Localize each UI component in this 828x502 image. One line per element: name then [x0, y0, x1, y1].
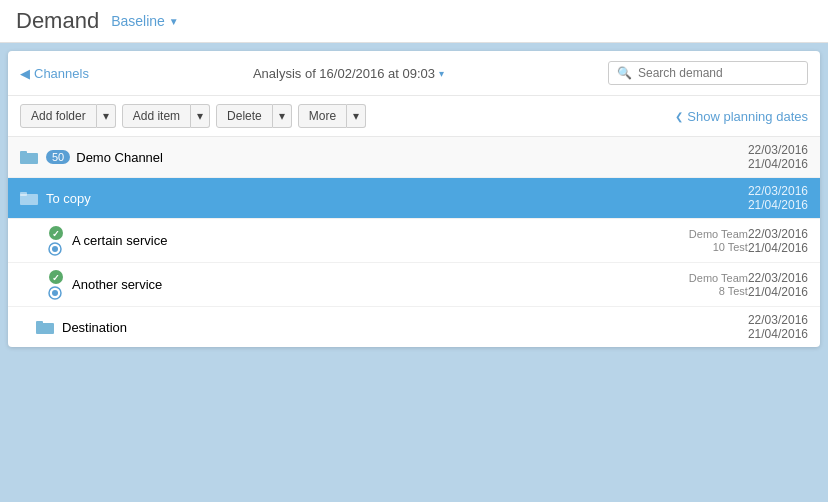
add-folder-dropdown-button[interactable]: ▾: [97, 104, 116, 128]
table-row[interactable]: Destination 22/03/2016 21/04/2016: [8, 307, 820, 347]
more-button[interactable]: More: [298, 104, 347, 128]
table-row[interactable]: 50 Demo Channel 22/03/2016 21/04/2016: [8, 137, 820, 178]
destination-dates: 22/03/2016 21/04/2016: [748, 313, 808, 341]
svg-point-7: [52, 246, 58, 252]
back-arrow-icon: ◀: [20, 66, 30, 81]
tocopy-date1: 22/03/2016: [748, 184, 808, 198]
search-input[interactable]: [638, 66, 799, 80]
service1-dates: 22/03/2016 21/04/2016: [748, 227, 808, 255]
destination-date2: 21/04/2016: [748, 327, 808, 341]
add-item-dropdown-button[interactable]: ▾: [191, 104, 210, 128]
destination-folder-icon: [36, 320, 54, 334]
more-group: More ▾: [298, 104, 366, 128]
folder-icon: [20, 150, 38, 164]
channel-dates: 22/03/2016 21/04/2016: [748, 143, 808, 171]
more-dropdown-button[interactable]: ▾: [347, 104, 366, 128]
baseline-label: Baseline: [111, 13, 165, 29]
service-icons: ✓: [48, 225, 64, 256]
table-row[interactable]: To copy 22/03/2016 21/04/2016: [8, 178, 820, 219]
search-box[interactable]: 🔍: [608, 61, 808, 85]
service2-team: Demo Team: [689, 272, 748, 284]
service1-team: Demo Team: [689, 228, 748, 240]
analysis-dropdown-icon[interactable]: ▾: [439, 68, 444, 79]
add-folder-button[interactable]: Add folder: [20, 104, 97, 128]
service-icon-top: ✓: [48, 225, 64, 241]
service1-date2: 21/04/2016: [748, 241, 808, 255]
show-planning-button[interactable]: ❮ Show planning dates: [675, 109, 808, 124]
channel-date2: 21/04/2016: [748, 157, 808, 171]
svg-rect-3: [20, 192, 27, 196]
actions-row: Add folder ▾ Add item ▾ Delete ▾ More ▾ …: [8, 96, 820, 137]
show-planning-chevron-icon: ❮: [675, 111, 683, 122]
add-item-group: Add item ▾: [122, 104, 210, 128]
service2-date2: 21/04/2016: [748, 285, 808, 299]
main-content: ◀ Channels Analysis of 16/02/2016 at 09:…: [8, 51, 820, 347]
analysis-label: Analysis of 16/02/2016 at 09:03: [253, 66, 435, 81]
service1-label: A certain service: [72, 233, 689, 248]
nav-row: ◀ Channels Analysis of 16/02/2016 at 09:…: [8, 51, 820, 96]
service2-dates: 22/03/2016 21/04/2016: [748, 271, 808, 299]
app-header: Demand Baseline ▼: [0, 0, 828, 43]
table-area: 50 Demo Channel 22/03/2016 21/04/2016 To…: [8, 137, 820, 347]
delete-group: Delete ▾: [216, 104, 292, 128]
channel-date1: 22/03/2016: [748, 143, 808, 157]
service2-icon-bottom: [48, 286, 64, 300]
delete-dropdown-button[interactable]: ▾: [273, 104, 292, 128]
table-row[interactable]: ✓ Another service Demo Team 8 Test 22/03…: [8, 263, 820, 307]
service2-date1: 22/03/2016: [748, 271, 808, 285]
service1-count: 10 Test: [713, 241, 748, 253]
baseline-selector[interactable]: Baseline ▼: [111, 13, 179, 29]
channels-link[interactable]: ◀ Channels: [20, 66, 89, 81]
add-folder-group: Add folder ▾: [20, 104, 116, 128]
svg-point-11: [52, 290, 58, 296]
tocopy-date2: 21/04/2016: [748, 198, 808, 212]
delete-button[interactable]: Delete: [216, 104, 273, 128]
service2-icons: ✓: [48, 269, 64, 300]
svg-text:✓: ✓: [52, 229, 60, 239]
add-item-button[interactable]: Add item: [122, 104, 191, 128]
baseline-chevron-icon: ▼: [169, 16, 179, 27]
service2-icon-top: ✓: [48, 269, 64, 285]
tocopy-label: To copy: [46, 191, 748, 206]
show-planning-label: Show planning dates: [687, 109, 808, 124]
channel-badge: 50: [46, 150, 70, 164]
destination-date1: 22/03/2016: [748, 313, 808, 327]
service2-meta: Demo Team 8 Test: [689, 272, 748, 297]
svg-rect-13: [36, 321, 43, 325]
svg-rect-1: [20, 151, 27, 155]
service1-meta: Demo Team 10 Test: [689, 228, 748, 253]
destination-label: Destination: [62, 320, 748, 335]
service2-label: Another service: [72, 277, 689, 292]
table-row[interactable]: ✓ A certain service Demo Team 10 Test 22…: [8, 219, 820, 263]
channels-label: Channels: [34, 66, 89, 81]
app-title: Demand: [16, 8, 99, 34]
service2-count: 8 Test: [719, 285, 748, 297]
tocopy-dates: 22/03/2016 21/04/2016: [748, 184, 808, 212]
background-area: [0, 355, 828, 455]
folder-selected-icon: [20, 191, 38, 205]
svg-text:✓: ✓: [52, 273, 60, 283]
service1-date1: 22/03/2016: [748, 227, 808, 241]
service-icon-bottom: [48, 242, 64, 256]
channel-label: Demo Channel: [76, 150, 748, 165]
analysis-info: Analysis of 16/02/2016 at 09:03 ▾: [97, 66, 600, 81]
search-icon: 🔍: [617, 66, 632, 80]
